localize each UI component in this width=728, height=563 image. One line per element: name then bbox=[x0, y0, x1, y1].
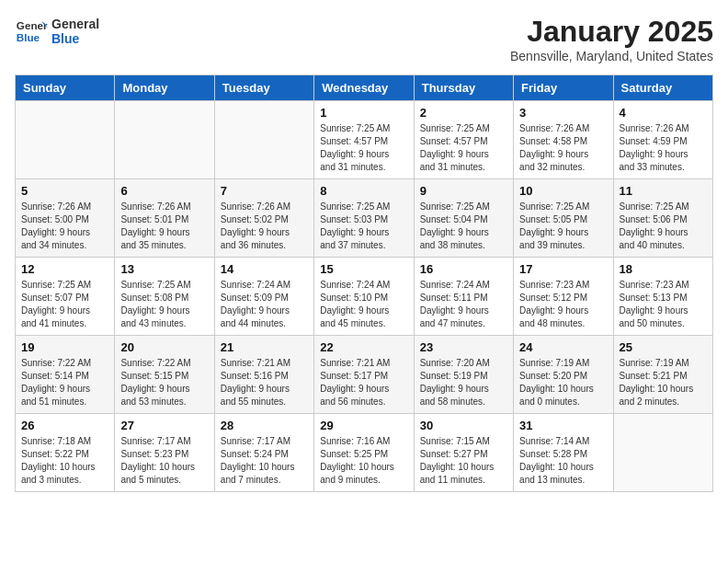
day-number: 12 bbox=[21, 262, 108, 276]
calendar-day-cell: 29Sunrise: 7:16 AM Sunset: 5:25 PM Dayli… bbox=[314, 414, 414, 492]
calendar-subtitle: Bennsville, Maryland, United States bbox=[510, 49, 713, 63]
calendar-day-cell: 25Sunrise: 7:19 AM Sunset: 5:21 PM Dayli… bbox=[613, 336, 712, 414]
day-number: 2 bbox=[420, 106, 507, 120]
calendar-day-cell: 6Sunrise: 7:26 AM Sunset: 5:01 PM Daylig… bbox=[115, 179, 214, 258]
day-number: 19 bbox=[21, 340, 108, 354]
day-number: 6 bbox=[120, 184, 208, 198]
weekday-header-friday: Friday bbox=[514, 75, 613, 101]
day-number: 14 bbox=[221, 262, 308, 276]
day-number: 10 bbox=[519, 184, 607, 198]
weekday-header-tuesday: Tuesday bbox=[214, 75, 313, 101]
weekday-header-thursday: Thursday bbox=[414, 75, 513, 101]
calendar-day-cell: 15Sunrise: 7:24 AM Sunset: 5:10 PM Dayli… bbox=[314, 258, 414, 336]
day-number: 9 bbox=[420, 184, 507, 198]
day-number: 25 bbox=[620, 340, 707, 354]
calendar-day-cell: 3Sunrise: 7:26 AM Sunset: 4:58 PM Daylig… bbox=[514, 101, 613, 179]
calendar-day-cell: 13Sunrise: 7:25 AM Sunset: 5:08 PM Dayli… bbox=[115, 258, 214, 336]
calendar-day-cell: 5Sunrise: 7:26 AM Sunset: 5:00 PM Daylig… bbox=[16, 179, 115, 258]
day-number: 7 bbox=[221, 184, 308, 198]
day-number: 26 bbox=[21, 419, 108, 432]
day-info: Sunrise: 7:22 AM Sunset: 5:15 PM Dayligh… bbox=[120, 357, 208, 408]
logo: General Blue General Blue bbox=[15, 15, 99, 48]
day-info: Sunrise: 7:24 AM Sunset: 5:11 PM Dayligh… bbox=[420, 279, 507, 330]
svg-text:Blue: Blue bbox=[17, 31, 40, 43]
weekday-header-sunday: Sunday bbox=[16, 75, 115, 101]
calendar-day-cell: 12Sunrise: 7:25 AM Sunset: 5:07 PM Dayli… bbox=[16, 258, 115, 336]
day-info: Sunrise: 7:25 AM Sunset: 5:06 PM Dayligh… bbox=[620, 201, 707, 252]
day-number: 5 bbox=[21, 184, 108, 198]
day-info: Sunrise: 7:15 AM Sunset: 5:27 PM Dayligh… bbox=[420, 435, 507, 487]
empty-cell bbox=[613, 414, 712, 492]
empty-cell bbox=[115, 101, 214, 179]
calendar-day-cell: 7Sunrise: 7:26 AM Sunset: 5:02 PM Daylig… bbox=[214, 179, 313, 258]
calendar-day-cell: 11Sunrise: 7:25 AM Sunset: 5:06 PM Dayli… bbox=[613, 179, 712, 258]
calendar-day-cell: 26Sunrise: 7:18 AM Sunset: 5:22 PM Dayli… bbox=[16, 414, 115, 492]
day-number: 8 bbox=[320, 184, 407, 198]
day-number: 13 bbox=[120, 262, 208, 276]
day-number: 22 bbox=[320, 340, 407, 354]
calendar-day-cell: 10Sunrise: 7:25 AM Sunset: 5:05 PM Dayli… bbox=[514, 179, 613, 258]
calendar-day-cell: 27Sunrise: 7:17 AM Sunset: 5:23 PM Dayli… bbox=[115, 414, 214, 492]
day-number: 3 bbox=[519, 106, 607, 120]
logo-blue-text: Blue bbox=[51, 31, 99, 46]
calendar-title: January 2025 bbox=[510, 15, 713, 49]
day-info: Sunrise: 7:19 AM Sunset: 5:20 PM Dayligh… bbox=[519, 357, 607, 408]
day-info: Sunrise: 7:18 AM Sunset: 5:22 PM Dayligh… bbox=[21, 435, 108, 487]
empty-cell bbox=[214, 101, 313, 179]
day-number: 21 bbox=[221, 340, 308, 354]
calendar-day-cell: 1Sunrise: 7:25 AM Sunset: 4:57 PM Daylig… bbox=[314, 101, 414, 179]
day-number: 18 bbox=[620, 262, 707, 276]
calendar-week-row: 19Sunrise: 7:22 AM Sunset: 5:14 PM Dayli… bbox=[16, 336, 713, 414]
weekday-header-saturday: Saturday bbox=[613, 75, 712, 101]
day-info: Sunrise: 7:26 AM Sunset: 5:00 PM Dayligh… bbox=[21, 201, 108, 252]
calendar-week-row: 5Sunrise: 7:26 AM Sunset: 5:00 PM Daylig… bbox=[16, 179, 713, 258]
calendar-day-cell: 21Sunrise: 7:21 AM Sunset: 5:16 PM Dayli… bbox=[214, 336, 313, 414]
calendar-day-cell: 2Sunrise: 7:25 AM Sunset: 4:57 PM Daylig… bbox=[414, 101, 513, 179]
day-number: 20 bbox=[120, 340, 208, 354]
weekday-header-wednesday: Wednesday bbox=[314, 75, 414, 101]
logo-general-text: General bbox=[51, 17, 99, 31]
day-info: Sunrise: 7:25 AM Sunset: 4:57 PM Dayligh… bbox=[420, 122, 507, 174]
day-number: 31 bbox=[519, 419, 607, 432]
day-info: Sunrise: 7:21 AM Sunset: 5:17 PM Dayligh… bbox=[320, 357, 407, 408]
day-info: Sunrise: 7:25 AM Sunset: 5:03 PM Dayligh… bbox=[320, 201, 407, 252]
calendar-day-cell: 18Sunrise: 7:23 AM Sunset: 5:13 PM Dayli… bbox=[613, 258, 712, 336]
calendar-day-cell: 14Sunrise: 7:24 AM Sunset: 5:09 PM Dayli… bbox=[214, 258, 313, 336]
calendar-day-cell: 22Sunrise: 7:21 AM Sunset: 5:17 PM Dayli… bbox=[314, 336, 414, 414]
calendar-day-cell: 30Sunrise: 7:15 AM Sunset: 5:27 PM Dayli… bbox=[414, 414, 513, 492]
day-info: Sunrise: 7:25 AM Sunset: 5:08 PM Dayligh… bbox=[120, 279, 208, 330]
day-info: Sunrise: 7:21 AM Sunset: 5:16 PM Dayligh… bbox=[221, 357, 308, 408]
day-info: Sunrise: 7:16 AM Sunset: 5:25 PM Dayligh… bbox=[320, 435, 407, 487]
day-info: Sunrise: 7:24 AM Sunset: 5:09 PM Dayligh… bbox=[221, 279, 308, 330]
day-number: 24 bbox=[519, 340, 607, 354]
day-number: 15 bbox=[320, 262, 407, 276]
svg-text:General: General bbox=[17, 19, 48, 31]
day-number: 1 bbox=[320, 106, 407, 120]
day-number: 4 bbox=[620, 106, 707, 120]
day-info: Sunrise: 7:26 AM Sunset: 4:58 PM Dayligh… bbox=[519, 122, 607, 174]
calendar-week-row: 12Sunrise: 7:25 AM Sunset: 5:07 PM Dayli… bbox=[16, 258, 713, 336]
day-number: 16 bbox=[420, 262, 507, 276]
page-header: General Blue General Blue January 2025 B… bbox=[15, 15, 713, 63]
day-info: Sunrise: 7:25 AM Sunset: 5:04 PM Dayligh… bbox=[420, 201, 507, 252]
weekday-header-row: SundayMondayTuesdayWednesdayThursdayFrid… bbox=[16, 75, 713, 101]
day-number: 29 bbox=[320, 419, 407, 432]
calendar-day-cell: 4Sunrise: 7:26 AM Sunset: 4:59 PM Daylig… bbox=[613, 101, 712, 179]
calendar-week-row: 1Sunrise: 7:25 AM Sunset: 4:57 PM Daylig… bbox=[16, 101, 713, 179]
calendar-day-cell: 20Sunrise: 7:22 AM Sunset: 5:15 PM Dayli… bbox=[115, 336, 214, 414]
day-info: Sunrise: 7:26 AM Sunset: 5:01 PM Dayligh… bbox=[120, 201, 208, 252]
title-area: January 2025 Bennsville, Maryland, Unite… bbox=[510, 15, 713, 63]
day-info: Sunrise: 7:17 AM Sunset: 5:23 PM Dayligh… bbox=[120, 435, 208, 487]
day-info: Sunrise: 7:22 AM Sunset: 5:14 PM Dayligh… bbox=[21, 357, 108, 408]
day-info: Sunrise: 7:24 AM Sunset: 5:10 PM Dayligh… bbox=[320, 279, 407, 330]
day-number: 23 bbox=[420, 340, 507, 354]
day-info: Sunrise: 7:23 AM Sunset: 5:12 PM Dayligh… bbox=[519, 279, 607, 330]
day-number: 27 bbox=[120, 419, 208, 432]
calendar-day-cell: 28Sunrise: 7:17 AM Sunset: 5:24 PM Dayli… bbox=[214, 414, 313, 492]
empty-cell bbox=[16, 101, 115, 179]
calendar-day-cell: 24Sunrise: 7:19 AM Sunset: 5:20 PM Dayli… bbox=[514, 336, 613, 414]
day-info: Sunrise: 7:20 AM Sunset: 5:19 PM Dayligh… bbox=[420, 357, 507, 408]
day-info: Sunrise: 7:23 AM Sunset: 5:13 PM Dayligh… bbox=[620, 279, 707, 330]
calendar-day-cell: 17Sunrise: 7:23 AM Sunset: 5:12 PM Dayli… bbox=[514, 258, 613, 336]
weekday-header-monday: Monday bbox=[115, 75, 214, 101]
